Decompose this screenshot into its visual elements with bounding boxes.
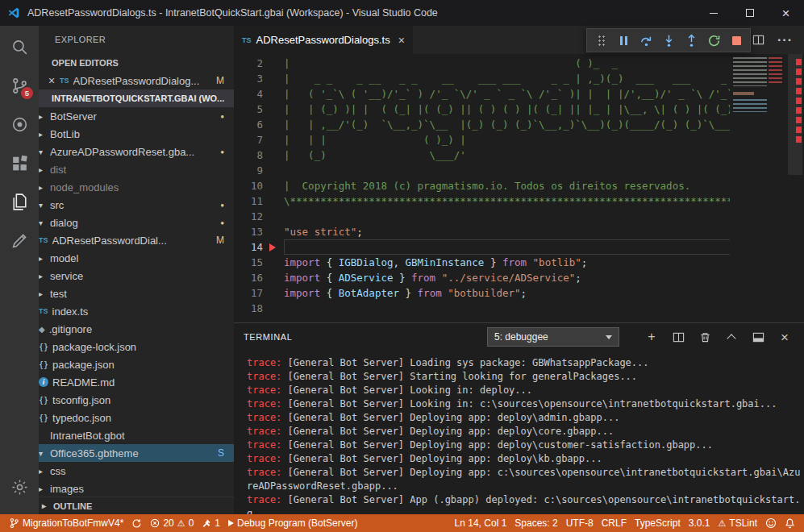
line-number[interactable]: 6 xyxy=(234,117,263,132)
line-number[interactable]: 9 xyxy=(234,163,263,178)
code-line[interactable]: 17import { BotAdapter } from "botbuilder… xyxy=(234,285,733,301)
line-number[interactable]: 18 xyxy=(234,301,263,316)
split-editor-button[interactable] xyxy=(752,34,764,46)
tslint-status[interactable]: ⚠ TSLint xyxy=(714,517,761,529)
tree-item[interactable]: ▸images xyxy=(39,480,234,497)
split-terminal-button[interactable] xyxy=(672,331,685,343)
tree-item[interactable]: ▸BotServer● xyxy=(39,107,234,125)
activity-source-control-button[interactable]: 5 xyxy=(0,66,39,105)
tree-item[interactable]: ▸service xyxy=(39,267,234,285)
tree-item[interactable]: ▸test xyxy=(39,285,234,302)
code-line[interactable]: 3| _ _ _ __ _ _ __ ___ ___ _ _ | ,_)(_) … xyxy=(234,71,733,86)
activity-search-button[interactable] xyxy=(0,27,39,66)
debug-config-status[interactable]: Debug Program (BotServer) xyxy=(224,514,361,532)
tree-item[interactable]: ▸node_modules xyxy=(39,178,234,196)
tree-item[interactable]: {}typedoc.json xyxy=(39,409,234,426)
eol-status[interactable]: CRLF xyxy=(598,517,631,529)
line-number[interactable]: 17 xyxy=(234,285,263,301)
workspace-section-header[interactable]: INTRANETBOTQUICKSTART.GBAI (WO... xyxy=(39,89,234,107)
line-number[interactable]: 4 xyxy=(234,86,263,102)
code-line[interactable]: 18 xyxy=(234,301,733,316)
tasks-status[interactable]: 1 xyxy=(198,514,224,532)
code-line[interactable]: 9 xyxy=(234,163,733,178)
line-number[interactable]: 15 xyxy=(234,255,263,270)
code-line[interactable]: 5| | (_) )| | ( (_| |( (_) || ( ) ( ) |(… xyxy=(234,102,733,117)
tree-item[interactable]: {}tsconfig.json xyxy=(39,391,234,409)
tab-adresetpassworddialogs[interactable]: TS ADResetPasswordDialogs.ts × xyxy=(234,26,413,54)
tree-item[interactable]: ▸BotLib xyxy=(39,125,234,143)
tree-item[interactable]: ▾AzureADPasswordReset.gba...● xyxy=(39,143,234,160)
line-number[interactable]: 10 xyxy=(234,178,263,193)
code-line[interactable]: 7| | | ( )_) | | xyxy=(234,132,733,148)
tree-item[interactable]: TSADResetPasswordDial...M xyxy=(39,231,234,249)
debug-step-into-button[interactable] xyxy=(657,30,680,51)
settings-button[interactable] xyxy=(0,468,39,506)
tree-item[interactable]: TSindex.ts xyxy=(39,302,234,320)
terminal-selector[interactable]: 5: debuggee xyxy=(487,327,619,347)
maximize-button[interactable] xyxy=(731,0,768,26)
line-number[interactable]: 16 xyxy=(234,270,263,285)
tree-item[interactable]: ◆.gitignore xyxy=(39,320,234,338)
code-line[interactable]: 14 xyxy=(234,239,733,255)
close-window-button[interactable]: × xyxy=(768,0,804,26)
branch-status[interactable]: MigrationToBotFmwV4* xyxy=(5,514,127,532)
notifications-button[interactable] xyxy=(781,517,799,529)
tab-close-icon[interactable]: × xyxy=(398,34,405,47)
tree-item[interactable]: iREADME.md xyxy=(39,373,234,391)
kill-terminal-button[interactable] xyxy=(698,331,711,343)
code-line[interactable]: 10| Copyright 2018 (c) pragmatismo.io. T… xyxy=(234,178,733,193)
tree-item[interactable]: ▸css xyxy=(39,462,234,480)
version-status[interactable]: 3.0.1 xyxy=(685,517,714,529)
activity-explorer-button[interactable] xyxy=(0,182,39,221)
debug-step-over-button[interactable] xyxy=(635,30,657,51)
minimize-button[interactable] xyxy=(695,0,731,26)
code-line[interactable]: 2| ( )_ _ | xyxy=(234,56,733,71)
line-number[interactable]: 11 xyxy=(234,193,263,209)
more-actions-button[interactable]: ··· xyxy=(777,33,793,48)
code-line[interactable]: 6| | ,__/'(_) `\__,_)`\__ |(_) (_) (_)`\… xyxy=(234,117,733,132)
overview-ruler[interactable] xyxy=(786,54,804,322)
line-number[interactable]: 3 xyxy=(234,71,263,86)
tree-item[interactable]: ▾src● xyxy=(39,196,234,214)
maximize-panel-button[interactable] xyxy=(725,333,738,342)
code-editor[interactable]: 2| ( )_ _ |3| _ _ _ __ _ _ __ ___ ___ _ … xyxy=(234,54,804,322)
tree-item[interactable]: IntranetBot.gbot xyxy=(39,426,234,444)
line-number[interactable]: 5 xyxy=(234,102,263,117)
line-number[interactable]: 13 xyxy=(234,224,263,239)
toggle-panel-position-button[interactable] xyxy=(752,331,764,343)
problems-status[interactable]: 20 ⚠ 0 xyxy=(146,514,198,532)
indentation-status[interactable]: Spaces: 2 xyxy=(510,517,561,529)
line-number[interactable]: 7 xyxy=(234,132,263,148)
tree-item[interactable]: ▾dialog● xyxy=(39,214,234,231)
cursor-position-status[interactable]: Ln 14, Col 1 xyxy=(451,517,511,529)
feedback-button[interactable] xyxy=(761,517,781,529)
debug-step-out-button[interactable] xyxy=(680,30,702,51)
tree-item[interactable]: ▸dist xyxy=(39,160,234,178)
tree-item[interactable]: ▾Office365.gbthemeS xyxy=(39,444,234,462)
sync-button[interactable] xyxy=(127,514,146,532)
code-line[interactable]: 4| ( '_`\ ( '__)/'_` ) /'_ `\/' _ ` _ `\… xyxy=(234,86,733,102)
debug-pause-button[interactable] xyxy=(612,30,635,51)
tree-item[interactable]: {}package-lock.json xyxy=(39,338,234,355)
code-line[interactable]: 8| (_) \___/' | xyxy=(234,148,733,163)
new-terminal-button[interactable]: + xyxy=(645,330,658,343)
minimap[interactable] xyxy=(730,54,786,322)
activity-debug-button[interactable] xyxy=(0,105,39,143)
debug-drag-handle[interactable] xyxy=(589,30,612,51)
close-editor-icon[interactable]: × xyxy=(45,74,58,87)
outline-section-header[interactable]: ▸ OUTLINE xyxy=(39,497,234,514)
encoding-status[interactable]: UTF-8 xyxy=(562,517,598,529)
activity-extensions-button[interactable] xyxy=(0,143,39,182)
open-editors-header[interactable]: OPEN EDITORS xyxy=(39,54,234,72)
code-line[interactable]: 15import { IGBDialog, GBMinInstance } fr… xyxy=(234,255,733,270)
tab-terminal[interactable]: TERMINAL xyxy=(244,332,292,342)
code-line[interactable]: 16import { ADService } from "../service/… xyxy=(234,270,733,285)
debug-restart-button[interactable] xyxy=(702,30,725,51)
tree-item[interactable]: {}package.json xyxy=(39,355,234,373)
tree-item[interactable]: ▸model xyxy=(39,249,234,267)
close-panel-button[interactable]: × xyxy=(778,330,791,344)
line-number[interactable]: 14 xyxy=(234,239,263,255)
line-number[interactable]: 12 xyxy=(234,209,263,224)
code-line[interactable]: 13"use strict"; xyxy=(234,224,733,239)
code-line[interactable]: 11\*************************************… xyxy=(234,193,733,209)
